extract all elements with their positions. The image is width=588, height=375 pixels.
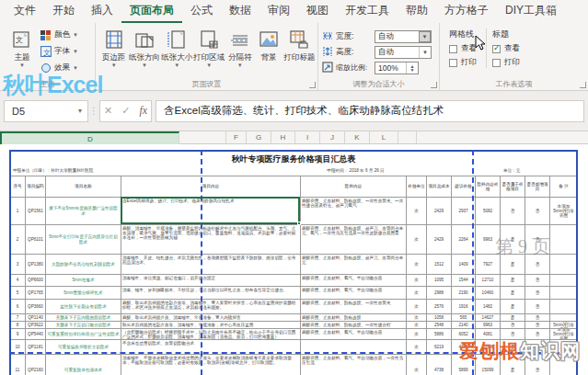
- cell-excl_price[interactable]: 14627: [475, 313, 500, 321]
- column-header-B[interactable]: B: [25, 131, 45, 143]
- cell-code[interactable]: QP1380: [25, 254, 45, 274]
- margins-button[interactable]: 页边距▼: [99, 26, 128, 79]
- table-row[interactable]: 11QP2160可重复肢体包涵体术消毒铺巾、不整体金额取借支术或使用的水准头，全…: [9, 354, 578, 375]
- chevron-down-icon[interactable]: ▼: [419, 31, 431, 42]
- cell-excl[interactable]: 麻醉费用、止血材料、防粘连膜、超声刀、血管闭合单元: [300, 254, 406, 274]
- cell-no[interactable]: 11: [9, 354, 25, 375]
- cell-is_new[interactable]: 否: [525, 313, 549, 321]
- cell-is_price[interactable]: 是: [500, 354, 525, 375]
- cell-cost[interactable]: 5886: [426, 328, 451, 339]
- cell-cost[interactable]: 2576: [426, 299, 451, 313]
- cell-name[interactable]: 5mm不全打印年度子宫内膜异位灶切除术: [45, 224, 121, 254]
- cell-cost[interactable]: 2429: [426, 197, 451, 224]
- cell-is_price[interactable]: 是: [500, 313, 525, 321]
- vertical-page-break[interactable]: [472, 150, 474, 375]
- cell-excl_price[interactable]: 12710: [475, 274, 500, 286]
- cell-name[interactable]: 可重复重组担保特殊符合广泛性切除术: [45, 328, 121, 339]
- cell-no[interactable]: 6: [9, 299, 25, 313]
- cell-is_new[interactable]: 否: [525, 224, 549, 254]
- ribbon-tab-审阅[interactable]: 审阅: [259, 0, 298, 23]
- cell-name[interactable]: 监控肢下全期会有切除术: [45, 299, 121, 313]
- cell-is_price[interactable]: 是: [500, 274, 525, 286]
- cell-excl_price[interactable]: 9963: [475, 321, 500, 328]
- cell-cost[interactable]: 1058: [426, 313, 451, 321]
- table-row[interactable]: 3QP1380大隐静脉不全高位结扎剥脱切除术消毒铺巾、开皮、结扎缝合、术后无菌包…: [9, 254, 578, 274]
- cell-is_new[interactable]: 否: [525, 254, 549, 274]
- cell-excl_price[interactable]: 10460: [475, 286, 500, 299]
- column-header-H[interactable]: H: [271, 131, 295, 143]
- column-header-F[interactable]: F: [226, 131, 247, 143]
- cell-excl_price[interactable]: 9963: [475, 224, 500, 254]
- cell-is_price[interactable]: 否: [500, 197, 525, 224]
- print-area-button[interactable]: 打印区域▼: [193, 26, 225, 79]
- cell-note[interactable]: [549, 286, 578, 299]
- cell-content[interactable]: 取出术后残留的造影介质等、消毒铺巾、常规准备，术中心率血压监测: [121, 321, 300, 328]
- cell-is_new[interactable]: 否: [525, 286, 549, 299]
- chevron-down-icon[interactable]: ▼: [73, 108, 87, 114]
- cell-excl[interactable]: 麻醉费用、止血材料、防粘连膜、超声刀、血管闭合单元、氧气，一次性负压引流及一次性…: [300, 224, 406, 254]
- cell-excl_price[interactable]: 4081: [475, 328, 500, 339]
- cell-note[interactable]: [549, 313, 578, 321]
- column-header-G[interactable]: G: [247, 131, 271, 143]
- cell-content[interactable]: 消毒铺巾、体位摆放、标记造瘘口，切开缝合固定: [121, 274, 300, 286]
- cell-note[interactable]: [549, 224, 578, 254]
- dialog-launcher-icon[interactable]: [309, 82, 316, 88]
- cell-content[interactable]: 消毒铺巾、开皮、结扎缝合、术后无菌包扎，各项腹腔镜下盆腔及下肢静脉、曲张切除，全…: [121, 254, 300, 274]
- chevron-down-icon[interactable]: ▼: [419, 47, 431, 58]
- cell-note[interactable]: 本项加5mm(钉)等费用: [549, 197, 578, 224]
- headings-view-checkbox[interactable]: ✓ 查看: [492, 43, 520, 54]
- ribbon-tab-数据[interactable]: 数据: [221, 0, 259, 23]
- cell-is_price[interactable]: 否: [500, 321, 525, 328]
- table-row[interactable]: 2QP61015mm不全打印年度子宫内膜异位灶切除术麻醉、消毒铺巾、常规准备，腹…: [9, 224, 578, 254]
- ribbon-tab-公式[interactable]: 公式: [182, 0, 221, 23]
- cell-name[interactable]: 可重复肢体包涵体术: [45, 354, 121, 375]
- cell-excl[interactable]: 麻醉费用、止血材料、氧气、半自动吻合器: [300, 328, 406, 339]
- scale-spinner[interactable]: 100% ▲▼: [375, 62, 419, 74]
- cell-is_new[interactable]: 否: [525, 354, 549, 375]
- cell-unit[interactable]: 次: [406, 354, 426, 375]
- cell-name[interactable]: 5mm造瘘术: [45, 274, 121, 286]
- cell-code[interactable]: QP6101: [25, 224, 45, 254]
- ribbon-tab-开发工具[interactable]: 开发工具: [337, 0, 398, 23]
- theme-colors-button[interactable]: 颜色▼: [40, 28, 78, 42]
- cell-content[interactable]: 麻醉、取出术后残留介质、消毒铺巾、常规准备，置入内镜探查: [121, 313, 300, 321]
- cell-excl[interactable]: 麻醉费用、止血材料、防粘连膜、一次性缝合钉: [300, 321, 406, 328]
- dialog-launcher-icon[interactable]: [580, 82, 586, 88]
- vertical-page-break[interactable]: [201, 150, 202, 375]
- table-row[interactable]: 9QP5440可重复重组担保特殊符合广泛性切除术（含胆肠吻合切除术）经腹腔镜手术…: [9, 328, 578, 339]
- cell-unit[interactable]: 次: [406, 321, 426, 328]
- ribbon-tab-开始[interactable]: 开始: [44, 0, 83, 23]
- cell-cost[interactable]: 1095: [426, 274, 451, 286]
- cell-note[interactable]: 本项加5mm(钉)等费用: [549, 321, 578, 328]
- background-button[interactable]: 背景: [254, 26, 282, 79]
- cell-no[interactable]: 2: [9, 224, 25, 254]
- orientation-button[interactable]: 纸张方向▼: [128, 26, 160, 79]
- column-header-K[interactable]: K: [345, 131, 370, 143]
- table-row[interactable]: 1QP1561腹下不全5mm年度购直肠广泛性切除术含Excel高级筛选、统计、打…: [9, 197, 578, 224]
- headings-print-checkbox[interactable]: ✓ 打印: [492, 57, 520, 68]
- cell-is_price[interactable]: 是: [500, 254, 525, 274]
- cell-cost[interactable]: 2988: [426, 286, 451, 299]
- cell-is_new[interactable]: 否: [525, 299, 549, 313]
- cell-note[interactable]: 本项加5mm(钉)等费用: [549, 328, 578, 339]
- dialog-launcher-icon[interactable]: [431, 82, 437, 88]
- formula-bar-handle[interactable]: ⋮: [88, 106, 99, 116]
- checkbox-icon[interactable]: ✓: [449, 59, 457, 67]
- cell-unit[interactable]: 次: [406, 274, 426, 286]
- cell-no[interactable]: 1: [9, 197, 25, 224]
- column-header-end[interactable]: [398, 131, 417, 143]
- themes-button[interactable]: 文 主题 ▼: [4, 26, 40, 79]
- print-titles-button[interactable]: 打印标题: [283, 26, 316, 79]
- cell-content[interactable]: 麻醉、消毒铺巾、常规准备，腹壁及盆腔内粘连松解术中止血与气腹机配合、头颈、支气、…: [121, 224, 300, 254]
- checkbox-icon[interactable]: ✓: [492, 59, 501, 67]
- cell-is_price[interactable]: 否: [500, 328, 525, 339]
- gridlines-print-checkbox[interactable]: ✓ 打印: [449, 57, 477, 68]
- theme-effects-button[interactable]: 效果▼: [40, 61, 78, 75]
- cell-unit[interactable]: 次: [406, 286, 426, 299]
- cell-unit[interactable]: 次: [406, 197, 426, 224]
- column-header-A[interactable]: A: [0, 131, 25, 143]
- cell-excl[interactable]: 麻醉费用、止血材料、氧气、半自动吻合器: [300, 286, 406, 299]
- cell-is_new[interactable]: 否: [525, 197, 549, 224]
- ribbon-tab-帮助[interactable]: 帮助: [398, 0, 436, 23]
- cell-content[interactable]: 消毒、铺巾、穿刺抽吸标本、干纱压迫，于适当部位以环扎止血，纱布条引导定位缝合。: [121, 286, 300, 299]
